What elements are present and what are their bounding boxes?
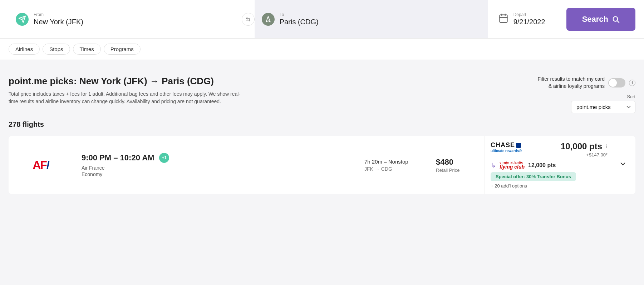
- pts-info-icon[interactable]: ℹ: [606, 144, 608, 149]
- to-value: Paris (CDG): [280, 18, 319, 26]
- swap-button[interactable]: [242, 13, 255, 26]
- filter-toggle-row: Filter results to match my card & airlin…: [533, 76, 635, 90]
- filter-info-icon[interactable]: ℹ: [629, 80, 635, 86]
- sort-label: Sort: [627, 94, 635, 99]
- top-row: point.me picks: New York (JFK) → Paris (…: [9, 76, 635, 113]
- flight-times: 9:00 PM – 10:20 AM: [82, 153, 154, 162]
- svg-line-8: [617, 21, 619, 22]
- picks-title: point.me picks: New York (JFK) → Paris (…: [9, 76, 533, 87]
- chase-logo: CHASE ultimate rewards®: [491, 141, 522, 153]
- flights-count: 278 flights: [9, 120, 635, 129]
- flight-rewards: CHASE ultimate rewards® 10,000 pts ℹ +$1…: [485, 136, 613, 194]
- sort-select[interactable]: point.me picks Lowest Price Fewest Point…: [571, 101, 635, 113]
- pts-extra: +$147.00*: [561, 152, 608, 158]
- from-icon: [16, 13, 29, 26]
- from-value: New York (JFK): [34, 18, 83, 26]
- route-text: JFK → CDG: [364, 166, 419, 172]
- depart-value: 9/21/2022: [513, 18, 545, 26]
- transfer-arrow-icon: ↳: [491, 161, 496, 169]
- chase-row: CHASE ultimate rewards® 10,000 pts ℹ +$1…: [491, 141, 608, 158]
- pts-amount: 10,000 pts: [561, 141, 602, 151]
- header: From New York (JFK) To Paris (CDG): [0, 0, 644, 39]
- filter-programs[interactable]: Programs: [104, 44, 141, 55]
- chase-sub: ultimate rewards®: [491, 149, 522, 153]
- add-options[interactable]: + 20 add'l options: [491, 183, 608, 189]
- picks-subtitle: Total price includes taxes + fees for 1 …: [9, 90, 245, 105]
- vc-pts: 12,000 pts: [528, 162, 556, 169]
- depart-label: Depart: [513, 12, 545, 17]
- retail-label: Retail Price: [436, 168, 476, 173]
- svg-rect-3: [500, 15, 507, 22]
- search-button-label: Search: [582, 15, 608, 24]
- price-value: $480: [436, 158, 476, 167]
- plus1-badge: +1: [159, 153, 169, 163]
- from-label: From: [34, 12, 83, 17]
- search-button[interactable]: Search: [566, 8, 635, 31]
- flight-airline-logo: AF/: [9, 148, 73, 182]
- filter-times[interactable]: Times: [73, 44, 101, 55]
- sort-section: Sort point.me picks Lowest Price Fewest …: [571, 94, 635, 113]
- flight-class: Economy: [82, 171, 347, 177]
- duration-text: 7h 20m – Nonstop: [364, 159, 419, 165]
- loyalty-filter-toggle[interactable]: [608, 78, 625, 88]
- to-icon: [262, 13, 275, 26]
- calendar-icon: [498, 13, 508, 25]
- chase-brand: CHASE: [491, 141, 515, 149]
- expand-button[interactable]: [613, 156, 633, 174]
- flight-time-row: 9:00 PM – 10:20 AM +1: [82, 153, 347, 163]
- flight-card: AF/ 9:00 PM – 10:20 AM +1 Air France Eco…: [9, 136, 635, 194]
- flight-info: 9:00 PM – 10:20 AM +1 Air France Economy: [73, 146, 356, 184]
- main-content: point.me picks: New York (JFK) → Paris (…: [0, 64, 644, 203]
- virgin-atlantic-logo: virgin atlantic flying club: [500, 161, 525, 169]
- filter-stops[interactable]: Stops: [43, 44, 70, 55]
- to-field[interactable]: To Paris (CDG): [255, 0, 488, 38]
- to-label: To: [280, 12, 319, 17]
- filter-airlines[interactable]: Airlines: [9, 44, 40, 55]
- right-col: Filter results to match my card & airlin…: [533, 76, 635, 113]
- special-offer-badge: Special offer: 30% Transfer Bonus: [491, 172, 576, 181]
- flight-price: $480 Retail Price: [427, 150, 485, 180]
- filter-toggle-label: Filter results to match my card & airlin…: [533, 76, 605, 90]
- airline-name: Air France: [82, 165, 347, 171]
- depart-field[interactable]: Depart 9/21/2022: [488, 12, 566, 26]
- chase-blue-square: [516, 143, 521, 148]
- svg-marker-2: [266, 16, 270, 22]
- flight-duration: 7h 20m – Nonstop JFK → CDG: [356, 151, 427, 179]
- vc-row: ↳ virgin atlantic flying club 12,000 pts: [491, 161, 608, 169]
- air-france-logo: AF/: [33, 159, 49, 172]
- left-col: point.me picks: New York (JFK) → Paris (…: [9, 76, 533, 105]
- from-field[interactable]: From New York (JFK): [9, 12, 242, 26]
- filter-bar: Airlines Stops Times Programs: [0, 39, 644, 60]
